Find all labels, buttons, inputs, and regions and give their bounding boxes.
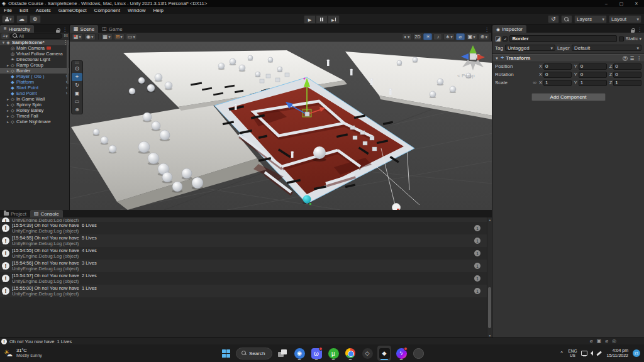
foldout-arrow-icon[interactable]: ▼ (1, 41, 6, 45)
rotate-tool-button[interactable] (72, 81, 82, 89)
component-menu-icon[interactable] (636, 56, 641, 61)
network-icon[interactable] (581, 351, 587, 356)
menu-window[interactable]: Window (124, 7, 149, 14)
utorrent-app-button[interactable]: µ (326, 346, 340, 361)
foldout-arrow-icon[interactable]: ▸ (6, 97, 10, 101)
tool-settings-button[interactable] (72, 33, 83, 40)
lock-icon[interactable] (631, 28, 635, 33)
obstacle-sphere[interactable] (138, 141, 150, 153)
hierarchy-item-rolley-balley[interactable]: ▸◇Rolley Balley (0, 107, 69, 113)
tray-expand-icon[interactable]: ⌃ (560, 351, 564, 356)
messenger-app-button[interactable]: ϟ (394, 346, 408, 361)
rotation-y-field[interactable]: 0 (579, 72, 607, 78)
scale-x-field[interactable]: 1 (543, 80, 572, 86)
uniform-scale-link-icon[interactable]: ∞ (531, 80, 538, 85)
obstacle-sphere[interactable] (109, 145, 116, 153)
foldout-arrow-icon[interactable]: ▸ (6, 108, 10, 112)
obstacle-sphere[interactable] (255, 72, 260, 77)
rotation-x-field[interactable]: 0 (543, 72, 572, 78)
camera-settings-dropdown[interactable] (466, 33, 477, 40)
hierarchy-item-border[interactable]: ▸◇Border (0, 68, 69, 74)
obstacle-sphere[interactable] (152, 121, 160, 130)
layout-dropdown[interactable]: Layout (609, 15, 641, 23)
obstacle-sphere[interactable] (450, 86, 456, 92)
chat-app-button[interactable]: ◉ (292, 346, 306, 361)
position-y-field[interactable]: 0 (579, 63, 607, 70)
obstacle-sphere[interactable] (138, 77, 145, 84)
2d-toggle-button[interactable]: 2D (413, 33, 423, 40)
snap-increment-button[interactable] (114, 33, 125, 40)
rect-tool-button[interactable] (72, 97, 82, 106)
obstacle-sphere[interactable] (148, 153, 159, 164)
account-button[interactable] (2, 15, 14, 23)
volume-icon[interactable] (591, 351, 593, 356)
gizmos-dropdown[interactable] (479, 33, 489, 40)
cloud-services-button[interactable] (16, 15, 28, 23)
move-tool-button[interactable] (72, 73, 82, 81)
menu-edit[interactable]: Edit (16, 7, 32, 14)
hierarchy-item-directional-light[interactable]: ☀Directional Light (0, 57, 69, 62)
obstacle-sphere[interactable] (218, 63, 225, 69)
close-button[interactable]: ✕ (629, 0, 644, 7)
create-object-button[interactable]: + (1, 33, 9, 39)
transform-tool-button[interactable] (72, 106, 82, 114)
obstacle-sphere[interactable] (160, 130, 170, 140)
discord-app-button[interactable]: ω (309, 346, 323, 361)
lighting-toggle-button[interactable] (423, 33, 432, 40)
maximize-button[interactable]: ▢ (614, 0, 629, 7)
tab-scene[interactable]: Scene (70, 25, 98, 33)
status-bar[interactable]: ! Oh no! You now have 1 Lives ⌀ ▣ ⌀ ◎ (0, 337, 644, 344)
notifications-muted-icon[interactable]: ⌀ (590, 339, 593, 344)
obstacle-sphere[interactable] (192, 177, 203, 189)
hierarchy-item-start-point[interactable]: ◆Start Point› (0, 85, 69, 90)
obstacle-sphere[interactable] (268, 57, 273, 62)
collab-muted-icon[interactable]: ⌀ (605, 339, 608, 344)
unity-hub-app-button[interactable]: ◇ (360, 346, 374, 361)
hierarchy-item-ramp-group[interactable]: ▸◇Ramp Group (0, 62, 69, 68)
obstacle-sphere[interactable] (147, 84, 155, 92)
panel-menu-icon[interactable] (637, 28, 642, 33)
pause-button[interactable] (316, 15, 328, 24)
obstacle-sphere[interactable] (172, 182, 182, 192)
position-x-field[interactable]: 0 (543, 63, 572, 70)
package-icon[interactable]: ▣ (597, 339, 602, 344)
obstacle-sphere[interactable] (437, 79, 443, 85)
play-button[interactable] (304, 15, 316, 24)
lock-icon[interactable] (56, 28, 60, 33)
log-entry[interactable]: ![15:54:39] Oh no! You now have 6 LivesU… (0, 222, 487, 234)
taskbar-search-button[interactable]: Search (236, 348, 272, 359)
menu-file[interactable]: File (0, 7, 16, 14)
notification-count-badge[interactable]: 21 (633, 349, 640, 357)
view-tool-button[interactable] (72, 65, 82, 73)
audio-toggle-button[interactable] (433, 33, 442, 40)
weather-widget[interactable]: ☀☁ 31°C Mostly sunny (4, 348, 111, 359)
language-switcher[interactable]: ENG US (568, 349, 577, 358)
task-view-button[interactable] (275, 346, 289, 361)
log-entry[interactable]: ![15:54:57] Oh no! You now have 2 LivesU… (0, 272, 487, 285)
menu-help[interactable]: Help (149, 7, 167, 14)
foldout-arrow-icon[interactable]: ▸ (6, 102, 10, 107)
static-dropdown-icon[interactable] (639, 36, 641, 41)
minimize-button[interactable]: – (599, 0, 614, 7)
log-entry[interactable]: ![15:54:55] Oh no! You now have 4 LivesU… (0, 247, 487, 260)
epic-app-button[interactable] (411, 346, 425, 361)
obstacle-sphere[interactable] (277, 67, 282, 72)
handle-orientation-button[interactable] (84, 33, 96, 40)
obstacle-sphere[interactable] (248, 55, 253, 60)
hierarchy-item-platform[interactable]: ◆Platform› (0, 79, 69, 85)
hierarchy-search-input[interactable]: All (10, 33, 62, 39)
obstacle-sphere[interactable] (413, 57, 418, 62)
transform-component-header[interactable]: ▼ Transform ? (492, 54, 644, 62)
tag-dropdown[interactable]: Untagged (505, 45, 555, 51)
menu-gameobject[interactable]: GameObject (55, 7, 91, 14)
scale-tool-button[interactable] (72, 89, 82, 97)
settings-button[interactable] (30, 15, 41, 23)
foldout-arrow-icon[interactable]: ▸ (6, 119, 10, 124)
menu-component[interactable]: Component (91, 7, 124, 14)
hierarchy-item-in-game-wall[interactable]: ▸◇In Game Wall (0, 96, 69, 102)
log-entry[interactable]: ![15:54:56] Oh no! You now have 3 LivesU… (0, 260, 487, 272)
search-everything-button[interactable] (561, 15, 572, 23)
progress-check-icon[interactable]: ◎ (612, 339, 616, 344)
panel-menu-icon[interactable] (62, 28, 67, 33)
panel-menu-icon[interactable] (484, 28, 489, 33)
